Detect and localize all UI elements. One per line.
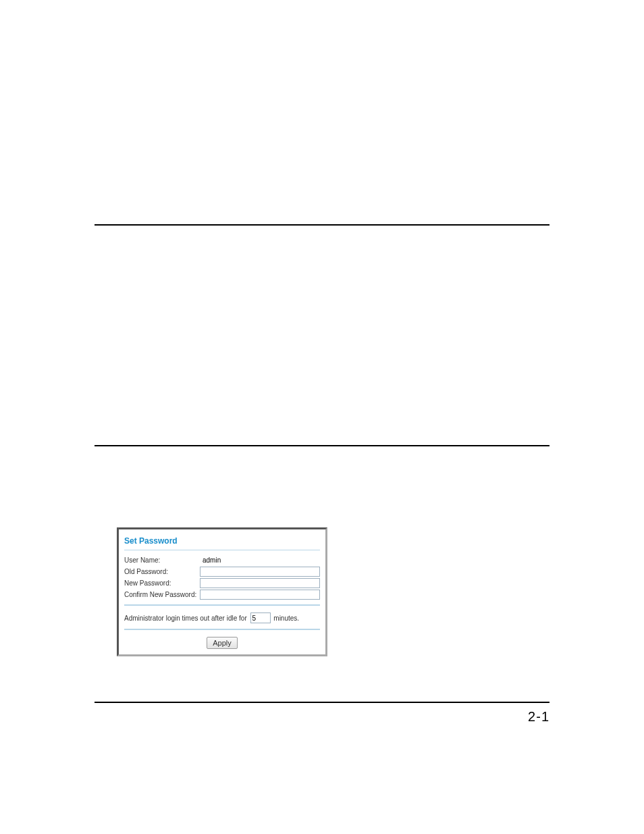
document-page: Set Password User Name: Old Password: Ne…: [0, 0, 644, 834]
old-password-label: Old Password:: [124, 566, 200, 577]
set-password-panel: Set Password User Name: Old Password: Ne…: [117, 527, 327, 656]
divider: [124, 550, 320, 550]
username-label: User Name:: [124, 554, 200, 566]
timeout-prefix-text: Administrator login times out after idle…: [124, 615, 247, 622]
timeout-row: Administrator login times out after idle…: [124, 610, 320, 625]
new-password-label: New Password:: [124, 577, 200, 589]
timeout-minutes-field[interactable]: [250, 613, 271, 623]
divider: [124, 604, 320, 606]
form-row-username: User Name:: [124, 554, 320, 566]
form-row-new-password: New Password:: [124, 577, 320, 589]
password-form: User Name: Old Password: New Password: C…: [124, 554, 320, 600]
form-row-old-password: Old Password:: [124, 566, 320, 577]
divider: [124, 629, 320, 630]
confirm-password-field[interactable]: [200, 590, 320, 600]
timeout-suffix-text: minutes.: [273, 615, 299, 622]
form-row-confirm-password: Confirm New Password:: [124, 589, 320, 600]
apply-button[interactable]: Apply: [207, 637, 238, 649]
horizontal-rule: [95, 445, 549, 446]
new-password-field[interactable]: [200, 578, 320, 588]
old-password-field[interactable]: [200, 567, 320, 577]
horizontal-rule: [95, 224, 549, 226]
apply-button-container: Apply: [124, 634, 320, 649]
panel-title: Set Password: [124, 533, 320, 548]
confirm-password-label: Confirm New Password:: [124, 589, 200, 600]
page-number: 2-1: [528, 709, 549, 725]
username-field: [200, 555, 288, 565]
horizontal-rule: [95, 702, 549, 703]
